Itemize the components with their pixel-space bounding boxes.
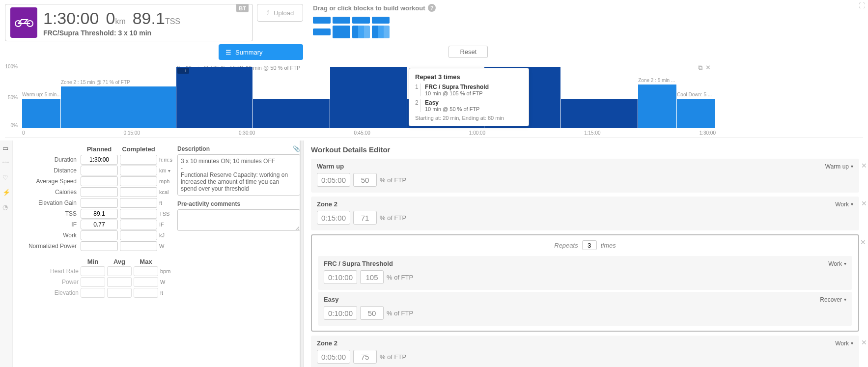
palette-block[interactable]: [352, 26, 370, 38]
editor-title: Workout Details Editor: [311, 145, 859, 154]
distance-completed[interactable]: [120, 166, 157, 175]
duration-planned[interactable]: [81, 155, 118, 165]
type-dropdown[interactable]: Work▾: [828, 260, 846, 267]
if-planned[interactable]: [81, 220, 118, 229]
el-max[interactable]: [134, 288, 158, 298]
palette-block[interactable]: [372, 17, 390, 24]
distance-value: 0: [106, 9, 115, 28]
pane-divider[interactable]: [300, 141, 304, 367]
workout-chart: 3 x 10 min @ 105 % of FTP, 10 min @ 50 %…: [5, 64, 863, 138]
bike-icon: [10, 7, 37, 38]
attachment-icon[interactable]: 📎: [293, 145, 300, 152]
chart-bars[interactable]: Warm up: 5 min...Zone 2 : 15 min @ 71 % …: [22, 64, 716, 128]
avgspeed-completed[interactable]: [120, 176, 157, 186]
close-icon[interactable]: ✕: [861, 199, 867, 207]
palette-block[interactable]: [372, 26, 390, 38]
palette-block[interactable]: [333, 17, 350, 24]
palette-block[interactable]: [352, 17, 370, 24]
tab-summary-icon[interactable]: ▭: [2, 144, 10, 152]
help-icon[interactable]: ?: [428, 4, 436, 12]
list-icon: ☰: [225, 49, 231, 56]
block-frc: FRC / Supra Threshold Work▾ % of FTP: [318, 256, 852, 290]
avgspeed-planned[interactable]: [81, 176, 118, 186]
palette-block[interactable]: [313, 28, 331, 35]
tss-value: 89.1: [133, 9, 165, 28]
description-heading: Description: [177, 145, 210, 152]
summary-button[interactable]: ☰ Summary: [219, 44, 303, 60]
pw-max[interactable]: [134, 277, 158, 287]
pre-comments-heading: Pre-activity comments: [177, 200, 300, 207]
type-dropdown[interactable]: Work▾: [835, 340, 853, 347]
duration-completed[interactable]: [120, 155, 157, 165]
pw-min[interactable]: [81, 277, 105, 287]
upload-icon: ⤴: [266, 9, 270, 17]
palette-block[interactable]: [313, 17, 331, 24]
workout-summary-card: 1:30:00 0km 89.1TSS FRC/Supra Threshold:…: [5, 4, 253, 41]
chart-y-axis: 100% 50% 0%: [5, 64, 20, 128]
description-text[interactable]: 3 x 10 minutes ON; 10 minutes OFF-Functi…: [177, 154, 300, 196]
block-warmup: ✕ Warm up Warm up▾ % of FTP: [311, 159, 859, 193]
calories-planned[interactable]: [81, 187, 118, 197]
el-min[interactable]: [81, 288, 105, 298]
distance-unit-select[interactable]: km ▾: [159, 168, 179, 173]
pct-input[interactable]: [353, 173, 377, 187]
calories-completed[interactable]: [120, 187, 157, 197]
pct-input[interactable]: [353, 211, 377, 225]
block-zone2-1: ✕ Zone 2 Work▾ % of FTP: [311, 197, 859, 230]
details-pane: Planned Completed Durationh:m:s Distance…: [13, 141, 300, 367]
close-icon[interactable]: ✕: [861, 339, 867, 346]
time-input[interactable]: [317, 211, 350, 225]
tab-power-icon[interactable]: ⚡: [2, 189, 10, 197]
type-dropdown[interactable]: Work▾: [835, 201, 853, 208]
elev-planned[interactable]: [81, 198, 118, 208]
block-palette: Drag or click blocks to build workout ?: [313, 4, 436, 38]
pre-comments-input[interactable]: [177, 209, 300, 231]
time-input[interactable]: [317, 173, 350, 187]
pct-input[interactable]: [360, 306, 384, 320]
block-easy: Easy Recover▾ % of FTP: [318, 292, 852, 326]
time-input[interactable]: [317, 350, 350, 364]
editor-pane: Workout Details Editor ✕ Warm up Warm up…: [304, 141, 868, 367]
pct-input[interactable]: [353, 350, 377, 364]
top-toolbar: 1:30:00 0km 89.1TSS FRC/Supra Threshold:…: [0, 0, 868, 60]
distance-planned[interactable]: [81, 166, 118, 175]
pct-input[interactable]: [360, 270, 384, 284]
chart-x-axis: 00:15:00 0:30:000:45:00 1:00:001:15:00 1…: [22, 130, 716, 137]
tss-planned[interactable]: [81, 209, 118, 219]
close-icon[interactable]: ✕: [860, 238, 866, 246]
el-avg[interactable]: [107, 288, 132, 298]
repeats-input[interactable]: [582, 240, 597, 250]
hr-avg[interactable]: [107, 266, 132, 276]
tss-completed[interactable]: [120, 209, 157, 219]
time-input[interactable]: [324, 306, 357, 320]
time-input[interactable]: [324, 270, 357, 284]
fullscreen-icon[interactable]: ⛶: [859, 2, 865, 9]
block-zone2-2: ✕ Zone 2 Work▾ % of FTP: [311, 336, 859, 367]
tab-heart-icon[interactable]: ♡: [2, 174, 10, 182]
build-hint-text: Drag or click blocks to build workout: [313, 4, 425, 12]
col-completed: Completed: [120, 145, 157, 153]
interval-tooltip: Repeat 3 times 1 FRC / Supra Threshold 1…: [409, 68, 529, 126]
repeat-block: ✕ Repeats times FRC / Supra Threshold Wo…: [311, 234, 859, 332]
tab-time-icon[interactable]: ◔: [2, 203, 10, 211]
reset-button[interactable]: Reset: [448, 46, 488, 58]
np-planned[interactable]: [81, 241, 118, 251]
work-completed[interactable]: [120, 230, 157, 240]
hr-max[interactable]: [134, 266, 158, 276]
side-tab-bar: ▭ 〰 ♡ ⚡ ◔: [0, 141, 13, 367]
duration-value: 1:30:00: [43, 9, 99, 28]
elev-completed[interactable]: [120, 198, 157, 208]
if-completed[interactable]: [120, 220, 157, 229]
hr-min[interactable]: [81, 266, 105, 276]
pw-avg[interactable]: [107, 277, 132, 287]
close-icon[interactable]: ✕: [861, 162, 867, 169]
work-planned[interactable]: [81, 230, 118, 240]
tab-chart-icon[interactable]: 〰: [2, 159, 10, 167]
col-planned: Planned: [81, 145, 118, 153]
type-dropdown[interactable]: Recover▾: [820, 296, 846, 303]
palette-block[interactable]: [333, 26, 350, 38]
bt-badge: BT: [236, 4, 249, 12]
upload-button[interactable]: ⤴ Upload: [257, 4, 303, 22]
np-completed[interactable]: [120, 241, 157, 251]
type-dropdown[interactable]: Warm up▾: [825, 163, 853, 170]
